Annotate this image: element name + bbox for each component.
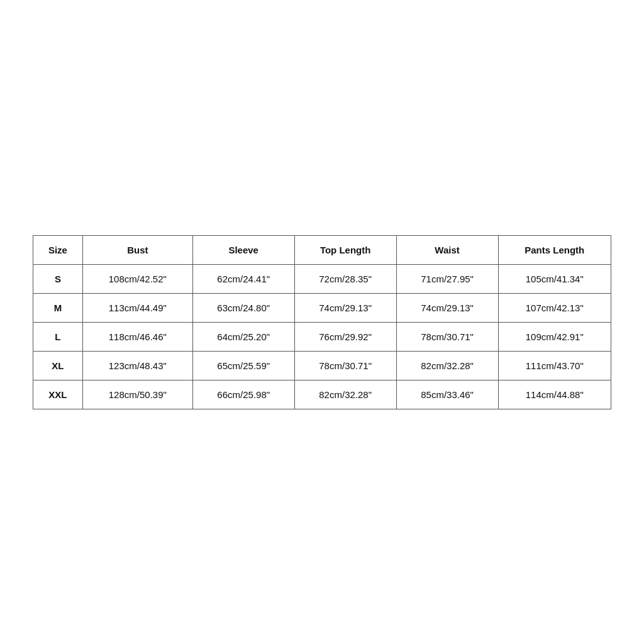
cell-bust: 118cm/46.46" bbox=[82, 322, 192, 351]
cell-size: L bbox=[33, 322, 83, 351]
table-header-row: Size Bust Sleeve Top Length Waist Pants … bbox=[33, 235, 611, 264]
header-bust: Bust bbox=[82, 235, 192, 264]
cell-bust: 113cm/44.49" bbox=[82, 293, 192, 322]
cell-waist: 85cm/33.46" bbox=[396, 380, 498, 409]
cell-pants-length: 114cm/44.88" bbox=[498, 380, 611, 409]
cell-size: XL bbox=[33, 351, 83, 380]
cell-pants-length: 105cm/41.34" bbox=[498, 264, 611, 293]
cell-sleeve: 64cm/25.20" bbox=[192, 322, 294, 351]
cell-sleeve: 63cm/24.80" bbox=[192, 293, 294, 322]
cell-waist: 71cm/27.95" bbox=[396, 264, 498, 293]
cell-bust: 108cm/42.52" bbox=[82, 264, 192, 293]
cell-sleeve: 62cm/24.41" bbox=[192, 264, 294, 293]
cell-sleeve: 65cm/25.59" bbox=[192, 351, 294, 380]
header-sleeve: Sleeve bbox=[192, 235, 294, 264]
table-row: M113cm/44.49"63cm/24.80"74cm/29.13"74cm/… bbox=[33, 293, 611, 322]
table-row: L118cm/46.46"64cm/25.20"76cm/29.92"78cm/… bbox=[33, 322, 611, 351]
cell-bust: 123cm/48.43" bbox=[82, 351, 192, 380]
header-size: Size bbox=[33, 235, 83, 264]
cell-size: S bbox=[33, 264, 83, 293]
header-waist: Waist bbox=[396, 235, 498, 264]
cell-size: M bbox=[33, 293, 83, 322]
cell-sleeve: 66cm/25.98" bbox=[192, 380, 294, 409]
cell-top-length: 76cm/29.92" bbox=[294, 322, 396, 351]
cell-pants-length: 107cm/42.13" bbox=[498, 293, 611, 322]
cell-size: XXL bbox=[33, 380, 83, 409]
header-pants-length: Pants Length bbox=[498, 235, 611, 264]
cell-pants-length: 111cm/43.70" bbox=[498, 351, 611, 380]
header-top-length: Top Length bbox=[294, 235, 396, 264]
cell-bust: 128cm/50.39" bbox=[82, 380, 192, 409]
cell-pants-length: 109cm/42.91" bbox=[498, 322, 611, 351]
cell-top-length: 72cm/28.35" bbox=[294, 264, 396, 293]
cell-waist: 82cm/32.28" bbox=[396, 351, 498, 380]
table-row: S108cm/42.52"62cm/24.41"72cm/28.35"71cm/… bbox=[33, 264, 611, 293]
cell-waist: 74cm/29.13" bbox=[396, 293, 498, 322]
cell-top-length: 82cm/32.28" bbox=[294, 380, 396, 409]
cell-top-length: 74cm/29.13" bbox=[294, 293, 396, 322]
cell-top-length: 78cm/30.71" bbox=[294, 351, 396, 380]
table-row: XXL128cm/50.39"66cm/25.98"82cm/32.28"85c… bbox=[33, 380, 611, 409]
table-row: XL123cm/48.43"65cm/25.59"78cm/30.71"82cm… bbox=[33, 351, 611, 380]
size-chart-table: Size Bust Sleeve Top Length Waist Pants … bbox=[33, 235, 611, 409]
cell-waist: 78cm/30.71" bbox=[396, 322, 498, 351]
size-chart-container: Size Bust Sleeve Top Length Waist Pants … bbox=[33, 235, 611, 409]
